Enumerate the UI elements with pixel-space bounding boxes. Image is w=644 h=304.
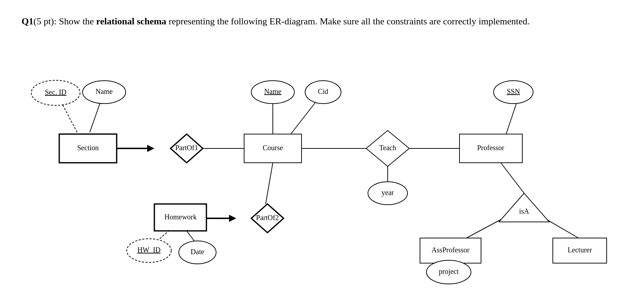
homework-label: Homework <box>164 213 197 221</box>
bold-term: relational schema <box>96 16 166 27</box>
points-label: (5 pt): <box>33 16 56 27</box>
lecturer-label: Lecturer <box>568 246 592 254</box>
er-diagram: Section Course Professor Homework AssPro… <box>22 39 632 269</box>
isa-label: isA <box>519 207 529 215</box>
professor-isa-line <box>501 163 524 193</box>
ssn-professor-line <box>506 102 517 134</box>
rest-text: representing the following ER-diagram. M… <box>169 16 530 27</box>
section-partof1-arrow <box>147 145 154 152</box>
course-label: Course <box>263 144 283 152</box>
date-label: Date <box>191 248 204 256</box>
page: Q1(5 pt): Show the relational schema rep… <box>0 0 644 304</box>
partof2-label: PartOf2 <box>256 214 279 222</box>
secname-label: Name <box>95 87 113 95</box>
section-label: Section <box>77 144 99 152</box>
intro-text: Show the <box>59 16 96 27</box>
project-label: project <box>439 267 459 276</box>
professor-label: Professor <box>477 144 504 152</box>
question-text: Q1(5 pt): Show the relational schema rep… <box>22 14 614 28</box>
secid-label: Sec. ID <box>45 88 66 96</box>
question-label: Q1 <box>22 16 33 27</box>
course-partof2-line <box>266 163 273 204</box>
coursename-label: Name <box>264 87 281 95</box>
teach-label: Teach <box>379 144 396 152</box>
cid-course-line <box>291 102 316 134</box>
diagram-svg: Section Course Professor Homework AssPro… <box>22 39 632 269</box>
cid-label: Cid <box>318 87 328 95</box>
year-label: year <box>382 189 394 197</box>
hwid-label: HW_ID <box>137 246 160 254</box>
secname-section-line <box>90 102 101 132</box>
homework-partof2-arrow <box>229 215 236 222</box>
partof1-label: PartOf1 <box>175 144 198 152</box>
ssn-label: SSN <box>507 87 520 95</box>
secid-section-line <box>61 102 77 132</box>
assprof-label: AssProfessor <box>431 246 470 254</box>
